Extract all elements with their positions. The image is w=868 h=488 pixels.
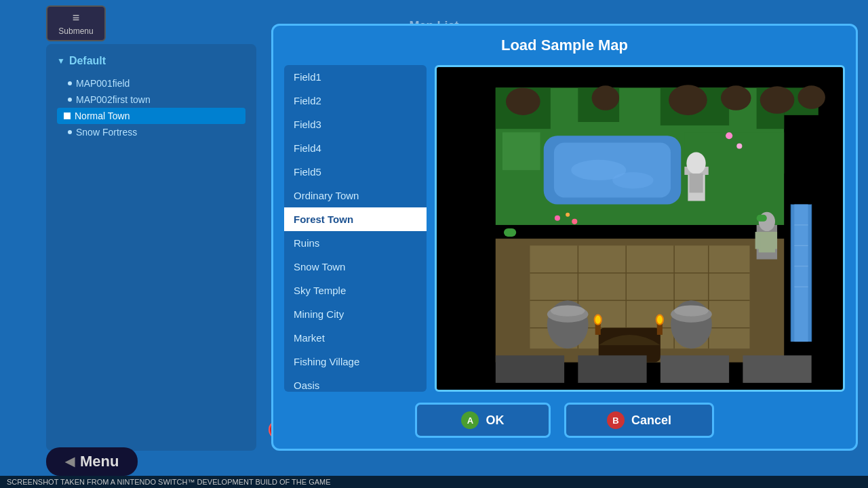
menu-text: Menu [80, 453, 119, 470]
sidebar-dot-icon [68, 130, 72, 134]
b-button-icon: B [607, 411, 625, 429]
list-item[interactable]: Field2 [284, 89, 427, 113]
list-item[interactable]: Field1 [284, 65, 427, 89]
svg-rect-66 [757, 215, 767, 222]
svg-point-63 [726, 132, 732, 139]
list-item[interactable]: Sky Temple [284, 279, 427, 302]
svg-point-62 [572, 219, 577, 224]
sidebar-dot-icon [68, 98, 72, 102]
list-item[interactable]: Fishing Village [284, 350, 427, 373]
map-preview-image [437, 67, 843, 390]
svg-point-8 [506, 87, 540, 115]
list-item[interactable]: Ruins [284, 231, 427, 255]
svg-point-64 [736, 143, 742, 148]
screenshot-notice: SCREENSHOT TAKEN FROM A NINTENDO SWITCH™… [0, 476, 868, 488]
svg-point-9 [592, 85, 620, 110]
sidebar-item-normal-town[interactable]: Normal Town [57, 108, 245, 124]
list-item[interactable]: Forest Town [284, 207, 427, 231]
sidebar-title: ▼ Default [57, 55, 245, 67]
sidebar-arrow-icon: ▼ [57, 56, 65, 66]
svg-point-17 [612, 172, 654, 188]
svg-rect-70 [743, 355, 811, 383]
dialog-footer: A OK B Cancel [284, 400, 845, 438]
list-item[interactable]: Field5 [284, 160, 427, 184]
svg-point-10 [669, 85, 707, 115]
submenu-label: Submenu [58, 26, 93, 36]
map-list-panel: Field1Field2Field3Field4Field5Ordinary T… [284, 65, 427, 392]
menu-label: ◀ Menu [46, 447, 138, 476]
svg-point-35 [674, 305, 709, 316]
list-item[interactable]: Market [284, 326, 427, 350]
sidebar-item-label: MAP002first town [76, 94, 151, 105]
cancel-button[interactable]: B Cancel [564, 403, 714, 438]
svg-rect-59 [689, 174, 703, 192]
svg-rect-67 [496, 355, 564, 383]
list-item[interactable]: Mining City [284, 302, 427, 326]
dialog-body: Field1Field2Field3Field4Field5Ordinary T… [284, 65, 845, 392]
svg-point-13 [797, 85, 825, 108]
cancel-label: Cancel [631, 413, 671, 428]
list-item[interactable]: Ordinary Town [284, 184, 427, 207]
sidebar-item-map002[interactable]: MAP002first town [57, 92, 245, 108]
svg-rect-68 [578, 355, 646, 383]
list-item[interactable]: Oasis [284, 373, 427, 392]
map-list-scroll[interactable]: Field1Field2Field3Field4Field5Ordinary T… [284, 65, 427, 392]
svg-point-11 [721, 85, 751, 110]
svg-rect-55 [772, 232, 777, 249]
back-icon: ◀ [65, 454, 75, 469]
sidebar-item-map001[interactable]: MAP001field [57, 75, 245, 92]
ok-button[interactable]: A OK [415, 403, 551, 438]
sidebar-item-snow-fortress[interactable]: Snow Fortress [57, 124, 245, 140]
svg-point-12 [760, 86, 795, 114]
svg-point-61 [566, 213, 570, 217]
svg-point-58 [686, 152, 705, 174]
load-sample-map-dialog: Load Sample Map Field1Field2Field3Field4… [271, 24, 858, 451]
svg-point-60 [555, 216, 560, 221]
list-item[interactable]: Field4 [284, 136, 427, 160]
svg-rect-18 [502, 132, 540, 170]
submenu-icon: ≡ [56, 11, 96, 25]
sidebar-active-icon [64, 113, 71, 119]
sidebar-item-label: Snow Fortress [76, 127, 137, 138]
svg-rect-65 [504, 228, 516, 237]
ok-label: OK [486, 413, 504, 428]
sidebar: ▼ Default MAP001field MAP002first town N… [46, 44, 256, 451]
a-button-icon: A [461, 411, 479, 429]
sidebar-item-label: MAP001field [76, 78, 130, 89]
sidebar-title-label: Default [69, 55, 106, 67]
svg-point-32 [551, 305, 585, 316]
list-item[interactable]: Field3 [284, 113, 427, 136]
svg-point-42 [657, 316, 663, 324]
submenu-button[interactable]: ≡ Submenu [46, 5, 106, 41]
map-preview-panel [435, 65, 845, 392]
svg-point-39 [595, 316, 601, 324]
list-item[interactable]: Snow Town [284, 255, 427, 279]
svg-rect-54 [755, 232, 761, 249]
dialog-title: Load Sample Map [284, 37, 845, 54]
svg-rect-69 [660, 355, 729, 383]
sidebar-dot-icon [68, 81, 72, 85]
sidebar-item-label: Normal Town [75, 110, 130, 121]
